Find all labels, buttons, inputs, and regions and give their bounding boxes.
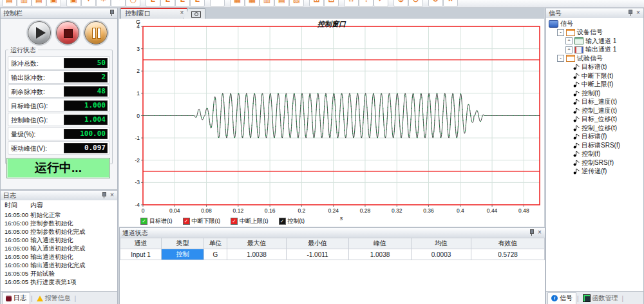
toolbar-button-print[interactable]: ✦ <box>81 0 96 7</box>
tree-expander[interactable]: - <box>557 55 564 62</box>
tab-control-window[interactable]: 控制窗口 × <box>120 8 187 19</box>
axis-tick-label: 0.36 <box>423 207 434 214</box>
toolbar-button-zoom-out[interactable]: ⊖ <box>408 0 423 7</box>
toolbar-button-fit-width[interactable]: ↔ <box>344 0 359 7</box>
toolbar-button-cursor-l4[interactable]: L <box>190 0 205 7</box>
open-file-icon: ▥ <box>21 0 28 4</box>
tree-item[interactable]: 控制SRS(f) <box>546 158 643 167</box>
toolbar-button-export[interactable]: ▣ <box>66 0 81 7</box>
tree-item[interactable]: 控制(f) <box>546 150 643 159</box>
tree-item-label: 目标_速度(t) <box>582 97 617 106</box>
tree-item[interactable]: 目标谱(f) <box>546 133 643 142</box>
signal-tree: 信号-设备信号+输入通道 1+输出通道 1-试验信号目标谱(t)中断下限(t)中… <box>546 18 643 291</box>
tree-item[interactable]: -设备信号 <box>546 28 643 37</box>
pin-icon[interactable] <box>100 192 107 198</box>
toolbar-button-cursor-l2[interactable]: L <box>160 0 175 7</box>
tree-item[interactable]: 逆传递(f) <box>546 167 643 176</box>
legend-checkbox[interactable]: ✓ <box>279 218 286 225</box>
tree-item[interactable]: 信号 <box>546 19 643 28</box>
toolbar-button-window-add[interactable]: ⊞ <box>309 0 324 7</box>
stop-button[interactable] <box>56 21 79 44</box>
pin-icon[interactable] <box>108 10 115 16</box>
tree-item[interactable]: 控制_位移(t) <box>546 124 643 133</box>
tree-expander[interactable]: + <box>565 37 573 44</box>
log-entry-time: 16:05:00 <box>5 219 28 227</box>
log-entry-text: 控制参数初始化完成 <box>30 227 86 236</box>
toolbar-button-undo[interactable]: ↺ <box>428 0 443 7</box>
field-label: 控制峰值(G): <box>11 116 48 125</box>
axis-tick-label: -1 <box>135 135 140 141</box>
toolbar-button-layout-grid-2[interactable]: ▦ <box>245 0 260 7</box>
toolbar-button-save-all[interactable]: ▣ <box>46 0 61 7</box>
tree-item[interactable]: 控制_速度(t) <box>546 106 643 115</box>
toolbar-button-save-file[interactable]: ▤ <box>32 0 46 7</box>
toolbar-button-window-box[interactable]: ⊡ <box>324 0 339 7</box>
field-label: 剩余脉冲数: <box>11 88 45 97</box>
axis-tick-label: 0.24 <box>328 207 339 214</box>
folder-icon <box>566 29 575 36</box>
toolbar-button-open-file[interactable]: ▥ <box>17 0 32 7</box>
pin-icon[interactable] <box>627 10 633 16</box>
tree-item[interactable]: 目标谱SRS(f) <box>546 141 643 150</box>
pause-button[interactable] <box>84 21 108 44</box>
tree-item[interactable]: +输出通道 1 <box>546 46 643 55</box>
print-icon: ✦ <box>85 0 91 4</box>
legend-checkbox[interactable]: ✓ <box>140 218 147 225</box>
tree-item[interactable]: 中断下限(t) <box>546 71 643 81</box>
tab-label: 函数管理 <box>592 294 618 303</box>
legend-checkbox[interactable]: ✓ <box>231 218 238 225</box>
toolbar-button-fit-height[interactable]: ↕ <box>359 0 374 7</box>
tree-item[interactable]: 控制(t) <box>546 89 643 98</box>
toolbar-button-layout-grid-3[interactable]: ▥ <box>260 0 274 7</box>
tree-expander[interactable]: - <box>557 29 564 36</box>
axis-tick-label: -3 <box>135 179 140 185</box>
tab-close-icon[interactable]: × <box>178 9 185 17</box>
log-entry-text: 执行进度表第1项 <box>30 278 77 286</box>
tree-item[interactable]: 中断上限(t) <box>546 81 643 90</box>
channel-cell: 0.5728 <box>471 249 545 260</box>
channel-col-header: 单位 <box>204 238 227 249</box>
close-icon[interactable]: × <box>108 191 116 199</box>
toolbar-button-signal-wave[interactable]: ~ <box>210 0 225 7</box>
tree-item[interactable]: +输入通道 1 <box>546 37 643 46</box>
pin-icon[interactable] <box>528 229 535 236</box>
tree-item[interactable]: 目标谱(t) <box>546 63 643 72</box>
bottom-tab-1[interactable]: 日志 <box>2 292 30 304</box>
signal-icon <box>573 73 580 79</box>
tree-item[interactable]: 目标_速度(t) <box>546 98 643 107</box>
toolbar-button-close[interactable]: × <box>443 0 458 7</box>
signal-icon <box>573 64 580 70</box>
toolbar-button-cursor-l1[interactable]: L <box>146 0 160 7</box>
pie-view-icon: ◔ <box>116 0 120 4</box>
channel-col-header: 最小值 <box>287 238 349 249</box>
close-icon[interactable]: × <box>536 229 544 236</box>
toolbar-button-fit-page[interactable]: ↗ <box>374 0 388 7</box>
channel-row[interactable]: Input 1控制G1.0038-1.00111.00380.00030.572… <box>120 249 545 260</box>
axis-tick-label: 0.48 <box>518 207 529 214</box>
bottom-tab-2[interactable]: 报警信息 <box>33 293 74 304</box>
toolbar-button-new-file[interactable]: ▤ <box>2 0 17 7</box>
close-icon[interactable]: × <box>634 9 642 17</box>
toolbar-button-pie-view[interactable]: ◔ <box>111 0 126 7</box>
toolbar-button-layout-grid-4[interactable]: ▤ <box>274 0 289 7</box>
bottom-tab-1[interactable]: i信号 <box>547 292 576 304</box>
toolbar-button-layout-grid-5[interactable]: ▧ <box>289 0 304 7</box>
tree-expander[interactable]: + <box>565 46 573 53</box>
log-entry-time: 16:05:00 <box>5 236 28 244</box>
toolbar-button-zoom-in[interactable]: ⊕ <box>393 0 408 7</box>
toolbar-button-cursor-l3[interactable]: L <box>175 0 190 7</box>
toolbar-button-settings-star[interactable]: ✶ <box>96 0 111 7</box>
legend-checkbox[interactable]: ✓ <box>183 218 190 225</box>
channel-cell: 1.0038 <box>349 249 412 260</box>
log-panel-titlebar: 日志 × <box>1 191 117 201</box>
bottom-tab-2[interactable]: 函数管理 <box>580 293 621 304</box>
tree-item[interactable]: 目标_位移(t) <box>546 115 643 124</box>
log-entry-time: 16:05:00 <box>5 261 28 269</box>
pause-icon <box>92 28 96 39</box>
toolbar-button-clock-view[interactable]: ◷ <box>126 0 140 7</box>
axis-tick-label: -2 <box>135 157 140 164</box>
play-button[interactable] <box>28 21 51 44</box>
toolbar-button-layout-grid-1[interactable]: ▦ <box>230 0 245 7</box>
tree-item[interactable]: -试验信号 <box>546 54 643 63</box>
warning-icon <box>37 296 43 301</box>
